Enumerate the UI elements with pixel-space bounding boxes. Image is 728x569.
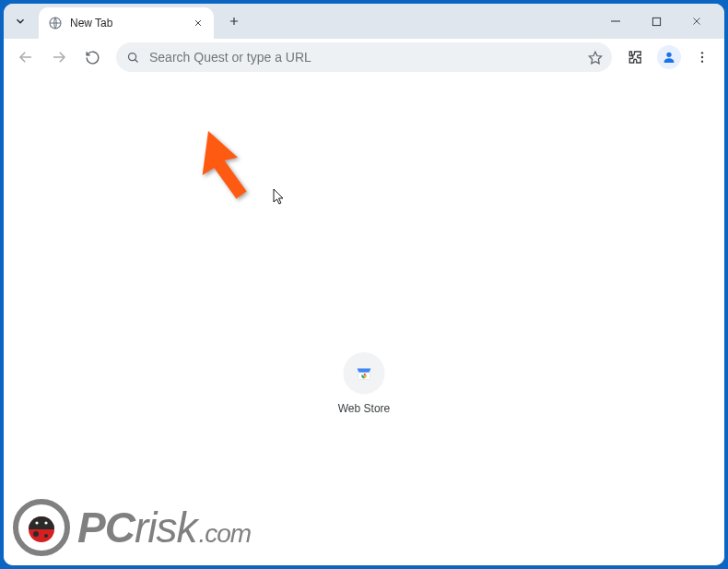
bookmark-button[interactable] bbox=[588, 50, 603, 65]
mouse-cursor bbox=[273, 188, 286, 205]
browser-tab[interactable]: New Tab bbox=[39, 7, 214, 39]
search-icon bbox=[125, 50, 140, 65]
watermark-brand-left: PC bbox=[77, 504, 135, 551]
maximize-icon bbox=[652, 17, 662, 27]
ladybug-icon bbox=[23, 509, 60, 546]
arrow-right-icon bbox=[51, 49, 67, 65]
close-icon bbox=[194, 18, 203, 28]
watermark-badge bbox=[13, 499, 70, 556]
minimize-button[interactable] bbox=[595, 7, 636, 35]
address-input[interactable] bbox=[149, 50, 579, 65]
web-store-icon bbox=[354, 362, 374, 383]
svg-point-15 bbox=[701, 52, 703, 53]
svg-point-14 bbox=[666, 53, 671, 57]
shortcut-web-store[interactable]: Web Store bbox=[313, 352, 415, 415]
reload-button[interactable] bbox=[77, 42, 107, 72]
arrow-left-icon bbox=[18, 49, 34, 65]
globe-icon bbox=[48, 16, 63, 30]
cursor-icon bbox=[273, 188, 286, 205]
annotation-arrow bbox=[186, 131, 260, 205]
svg-point-27 bbox=[44, 521, 47, 524]
extensions-button[interactable] bbox=[621, 42, 651, 72]
back-button[interactable] bbox=[11, 42, 41, 72]
profile-button[interactable] bbox=[654, 42, 684, 72]
puzzle-icon bbox=[628, 49, 644, 65]
svg-point-25 bbox=[44, 534, 48, 538]
shortcut-bubble bbox=[344, 352, 384, 393]
watermark: PCrisk.com bbox=[13, 499, 251, 556]
watermark-tld: .com bbox=[198, 519, 251, 548]
svg-point-21 bbox=[363, 375, 364, 376]
plus-icon bbox=[228, 15, 241, 28]
person-icon bbox=[662, 50, 676, 65]
close-tab-button[interactable] bbox=[190, 15, 206, 31]
close-icon bbox=[691, 16, 702, 27]
arrow-up-left-icon bbox=[186, 131, 260, 205]
close-window-button[interactable] bbox=[676, 7, 717, 35]
omnibox[interactable] bbox=[116, 42, 612, 72]
browser-window: New Tab bbox=[4, 4, 724, 565]
svg-point-24 bbox=[33, 531, 39, 537]
tab-title: New Tab bbox=[70, 17, 190, 30]
watermark-text: PCrisk.com bbox=[77, 503, 251, 552]
search-tabs-button[interactable] bbox=[7, 8, 33, 34]
svg-point-11 bbox=[128, 53, 135, 60]
reload-icon bbox=[85, 50, 100, 65]
maximize-button[interactable] bbox=[636, 7, 676, 35]
avatar bbox=[657, 45, 681, 69]
shortcut-label: Web Store bbox=[313, 402, 415, 415]
forward-button[interactable] bbox=[44, 42, 74, 72]
kebab-icon bbox=[695, 50, 710, 65]
svg-rect-6 bbox=[652, 18, 660, 25]
toolbar bbox=[4, 39, 724, 76]
titlebar: New Tab bbox=[4, 4, 724, 39]
chevron-down-icon bbox=[14, 15, 27, 28]
star-icon bbox=[588, 50, 603, 65]
new-tab-page: Web Store bbox=[4, 76, 724, 565]
svg-point-16 bbox=[701, 56, 703, 58]
watermark-brand-right: risk bbox=[135, 504, 197, 551]
minimize-icon bbox=[610, 16, 621, 27]
svg-point-17 bbox=[701, 60, 703, 62]
svg-point-26 bbox=[35, 521, 38, 524]
new-tab-button[interactable] bbox=[221, 8, 247, 34]
svg-marker-13 bbox=[589, 52, 601, 64]
menu-button[interactable] bbox=[687, 42, 717, 72]
svg-marker-22 bbox=[203, 131, 247, 199]
svg-line-12 bbox=[135, 59, 137, 62]
